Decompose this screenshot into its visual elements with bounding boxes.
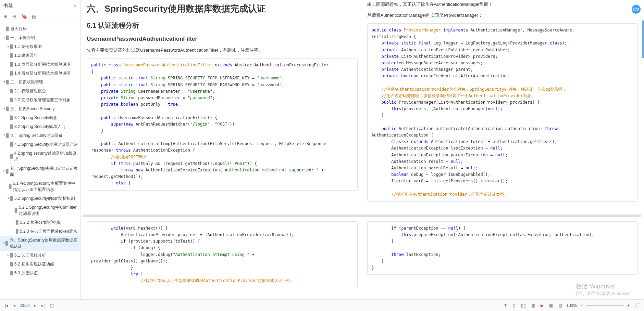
- bookmark-item[interactable]: ▉6.2 初步实现认证功能: [0, 260, 80, 269]
- paragraph: 先看主要负责认证的过滤器UsernamePasswordAuthenticati…: [87, 47, 358, 53]
- code-block: public class ProviderManager implements …: [367, 23, 638, 202]
- bookmark-item[interactable]: ▉5.2.2 禁用csrf防护机制: [0, 218, 80, 227]
- heading-2: 6.1 认证流程分析: [87, 21, 358, 30]
- bookmark-item[interactable]: ▾▉五、SpringSecurity使用自定义认证页面: [0, 164, 80, 179]
- bookmark-item[interactable]: ▾▉四、Spring Security过滤器链: [0, 131, 80, 140]
- bookmark-item[interactable]: ▉1.3 页面部分所用技术简单说明: [0, 60, 80, 69]
- view-facing-icon[interactable]: ▥: [530, 302, 536, 309]
- page-left-bottom: while(var8.hasNext()) { AuthenticationPr…: [83, 220, 361, 298]
- fullscreen-icon[interactable]: ⛶: [634, 302, 641, 309]
- bookmark-item[interactable]: ▉6.3 加密认证: [0, 269, 80, 277]
- bookmark-item[interactable]: ▉4.2 spring security过滤器链加载原理: [0, 149, 80, 164]
- eye-icon[interactable]: 👁: [502, 302, 509, 309]
- heading-1: 六、SpringSecurity使用数据库数据完成认证: [87, 3, 358, 15]
- bookmarks-sidebar: 书签 × ⊞ ⊟ 🔖 ▤ ▉当天目标▾▉一、案例介绍▸▉1.1 案例效果图▉1.…: [0, 0, 80, 299]
- page-indicator[interactable]: 23/33: [20, 303, 30, 308]
- bookmark-item[interactable]: ▉5.2.1 SpringSecurity中CsrfFilter过滤器说明: [0, 203, 80, 218]
- last-page-button[interactable]: ▸|: [40, 302, 46, 309]
- next-page-button[interactable]: ▸: [33, 302, 37, 309]
- bookmark-item[interactable]: ▸▉1.1 案例效果图: [0, 42, 80, 51]
- bookmark-alt-icon[interactable]: ▤: [32, 14, 36, 19]
- bookmark-item[interactable]: ▉2.2 完成权限管理需要三个对象: [0, 95, 80, 104]
- bookmark-item[interactable]: ▾▉六、SpringSecurity使用数据库数据完成认证: [0, 236, 80, 251]
- document-view: 六、SpringSecurity使用数据库数据完成认证 6.1 认证流程分析 U…: [80, 0, 644, 299]
- sidebar-title: 书签: [3, 3, 13, 9]
- bookmark-item[interactable]: ▉3.1 Spring Security概念: [0, 113, 80, 122]
- code-block: while(var8.hasNext()) { AuthenticationPr…: [87, 221, 358, 288]
- bookmark-item[interactable]: ▸▉6.1 认证流程分析: [0, 251, 80, 260]
- bookmark-item[interactable]: ▉5.2.3 在认证页面携带token请求: [0, 227, 80, 236]
- side-handle[interactable]: [642, 21, 644, 58]
- bookmark-item[interactable]: ▾▉三、初识Spring Security: [0, 104, 80, 113]
- zoom-in-button[interactable]: +: [626, 302, 631, 309]
- layout-icon[interactable]: ▤: [557, 302, 564, 309]
- grid-icon[interactable]: ▦: [548, 302, 554, 309]
- bookmark-item[interactable]: ▉3.2 Spring Security简单入门: [0, 122, 80, 131]
- bookmark-tree: ▉当天目标▾▉一、案例介绍▸▉1.1 案例效果图▉1.2 建表语句▉1.3 页面…: [0, 23, 80, 299]
- expand-all-icon[interactable]: ⊞: [3, 14, 8, 19]
- bookmark-item[interactable]: ▉2.1 权限管理概念: [0, 87, 80, 95]
- collapse-all-icon[interactable]: ⊟: [12, 14, 16, 19]
- fit-page-button[interactable]: ⬚: [49, 302, 55, 309]
- bookmark-item[interactable]: ▉1.4 后台部分所用技术简单说明: [0, 69, 80, 78]
- bookmark-icon[interactable]: 🔖: [21, 14, 27, 19]
- zoom-label: 100%: [566, 303, 577, 308]
- status-bar: |◂ ◂ 23/33 ▸ ▸| ⬚ 👁 ▯ ▯▯ ▥ ▶ ▦ ▤ 100% − …: [0, 299, 644, 311]
- code-block: if (parentException == null) { this.prep…: [367, 221, 638, 275]
- page-right-bottom: if (parentException == null) { this.prep…: [364, 220, 642, 298]
- bookmark-item[interactable]: ▉当天目标: [0, 24, 80, 33]
- code-block: public class UsernamePasswordAuthenticat…: [87, 58, 358, 191]
- view-continuous-icon[interactable]: ▯▯: [520, 302, 527, 309]
- page-right-top: 由上面源码得知，真正认证操作在AuthenticationManager里面！ …: [364, 0, 642, 212]
- bookmark-item[interactable]: ▉4.1 Spring Security常用过滤器介绍: [0, 140, 80, 149]
- zoom-slider[interactable]: [586, 305, 624, 306]
- paragraph: 然后看AuthenticationManager的实现类ProviderMana…: [367, 12, 638, 18]
- bookmark-item[interactable]: ▾▉5.2 SpringSecurity的csrf防护机制: [0, 194, 80, 203]
- first-page-button[interactable]: |◂: [3, 302, 9, 309]
- slideshow-icon[interactable]: ▶: [539, 302, 545, 309]
- paragraph: 由上面源码得知，真正认证操作在AuthenticationManager里面！: [367, 1, 638, 8]
- bookmark-item[interactable]: ▉1.2 建表语句: [0, 51, 80, 60]
- bookmark-item[interactable]: ▉5.1 在SpringSecurity主配置文件中指定认证页面配置信息: [0, 179, 80, 194]
- bookmark-item[interactable]: ▾▉二、初识权限管理: [0, 78, 80, 87]
- bookmark-item[interactable]: ▾▉一、案例介绍: [0, 33, 80, 42]
- heading-3: UsernamePasswordAuthenticationFilter: [87, 36, 358, 42]
- sidebar-toolbar: ⊞ ⊟ 🔖 ▤: [0, 12, 80, 23]
- page-divider: [83, 215, 641, 217]
- page-left-top: 六、SpringSecurity使用数据库数据完成认证 6.1 认证流程分析 U…: [83, 0, 361, 212]
- view-single-icon[interactable]: ▯: [512, 302, 517, 309]
- zoom-out-button[interactable]: −: [579, 302, 584, 309]
- prev-page-button[interactable]: ◂: [12, 302, 17, 309]
- feedback-bubble[interactable]: 反馈: [632, 5, 641, 14]
- close-icon[interactable]: ×: [74, 3, 77, 9]
